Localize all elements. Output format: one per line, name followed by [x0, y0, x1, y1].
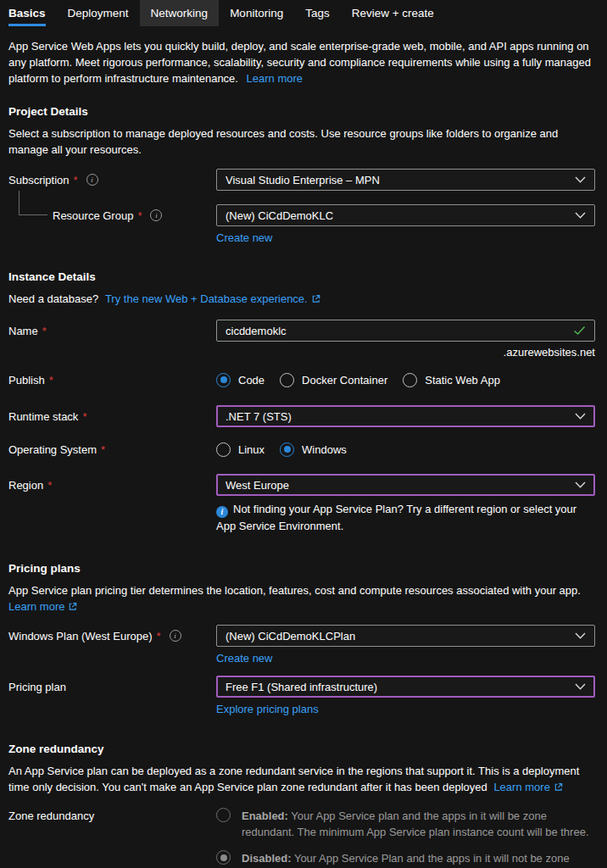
publish-option-label: Docker Container [302, 374, 387, 387]
pricing-plan-row: Pricing plan Free F1 (Shared infrastruct… [8, 676, 595, 715]
create-new-plan-link[interactable]: Create new [216, 652, 272, 665]
database-prompt: Need a database? [8, 292, 98, 305]
zone-learn-more-link[interactable]: Learn more [493, 781, 562, 793]
subscription-dropdown[interactable]: Visual Studio Enterprise – MPN [216, 169, 595, 191]
domain-suffix: .azurewebsites.net [216, 346, 595, 359]
database-prompt-line: Need a database? Try the new Web + Datab… [8, 291, 595, 307]
info-icon[interactable]: i [170, 630, 181, 642]
name-label: Name [8, 325, 38, 337]
tab-review-create[interactable]: Review + create [341, 0, 445, 26]
chevron-down-icon [575, 212, 586, 219]
runtime-stack-label: Runtime stack [8, 410, 78, 423]
zone-redundancy-row: Zone redundancy Enabled: Your App Servic… [8, 808, 595, 868]
zone-option-prefix: Disabled: [242, 852, 292, 865]
info-icon[interactable]: i [86, 174, 98, 186]
radio-unselected-icon [403, 373, 417, 387]
radio-unselected-icon [280, 373, 294, 387]
chevron-down-icon [575, 176, 586, 183]
zone-option-enabled: Enabled: Your App Service plan and the a… [216, 808, 595, 840]
subscription-row: Subscription * i Visual Studio Enterpris… [8, 169, 595, 191]
web-database-experience-link[interactable]: Try the new Web + Database experience. [105, 292, 320, 305]
os-option-label: Linux [238, 443, 265, 456]
external-link-icon [311, 294, 320, 303]
tab-deployment[interactable]: Deployment [57, 0, 140, 26]
external-link-icon [68, 602, 77, 611]
resource-group-row: Resource Group * i (New) CiCdDemoKLC Cre… [8, 204, 595, 244]
intro-learn-more-link[interactable]: Learn more [247, 72, 303, 85]
runtime-stack-row: Runtime stack * .NET 7 (STS) [8, 405, 595, 427]
pricing-learn-more-link[interactable]: Learn more [8, 600, 77, 613]
name-input[interactable]: cicddemoklc [216, 320, 595, 342]
windows-plan-dropdown[interactable]: (New) CiCdDemoKLCPlan [216, 625, 595, 647]
zone-redundancy-field-label: Zone redundancy [8, 810, 94, 822]
required-asterisk: * [49, 374, 53, 387]
subscription-value: Visual Studio Enterprise – MPN [226, 174, 380, 186]
chevron-down-icon [575, 413, 586, 420]
pricing-plan-dropdown[interactable]: Free F1 (Shared infrastructure) [216, 676, 595, 698]
create-new-resource-group-link[interactable]: Create new [216, 231, 272, 244]
region-dropdown[interactable]: West Europe [216, 474, 595, 496]
pricing-plan-label: Pricing plan [8, 681, 66, 693]
required-asterisk: * [137, 209, 142, 222]
os-option-label: Windows [302, 443, 347, 456]
region-value: West Europe [226, 479, 289, 492]
radio-selected-icon [216, 373, 231, 387]
tab-tags[interactable]: Tags [294, 0, 341, 26]
windows-plan-label: Windows Plan (West Europe) [8, 630, 153, 643]
instance-details-heading: Instance Details [8, 270, 595, 283]
radio-disabled-selected-icon [216, 850, 231, 865]
radio-unselected-icon [216, 442, 231, 457]
required-asterisk: * [42, 325, 47, 337]
publish-option-code[interactable]: Code [216, 373, 265, 387]
zone-redundancy-radio-group: Enabled: Your App Service plan and the a… [216, 808, 595, 868]
os-option-linux[interactable]: Linux [216, 442, 265, 457]
region-label: Region [8, 479, 43, 492]
publish-option-docker[interactable]: Docker Container [280, 373, 387, 387]
nesting-connector-line [19, 191, 47, 215]
publish-row: Publish * Code Docker Container Static W… [8, 369, 595, 391]
name-row: Name * cicddemoklc .azurewebsites.net [8, 320, 595, 359]
required-asterisk: * [74, 174, 78, 186]
explore-pricing-plans-link[interactable]: Explore pricing plans [216, 703, 319, 715]
wizard-tab-bar: Basics Deployment Networking Monitoring … [0, 0, 607, 26]
windows-plan-value: (New) CiCdDemoKLCPlan [226, 630, 355, 643]
required-asterisk: * [47, 479, 52, 492]
publish-option-label: Static Web App [425, 374, 500, 387]
tab-monitoring[interactable]: Monitoring [219, 0, 294, 26]
chevron-down-icon [575, 683, 586, 690]
tab-basics[interactable]: Basics [8, 0, 46, 26]
intro-paragraph: App Service Web Apps lets you quickly bu… [8, 38, 595, 86]
tab-networking[interactable]: Networking [140, 0, 220, 26]
os-radio-group: Linux Windows [216, 438, 595, 460]
windows-plan-row: Windows Plan (West Europe) * i (New) CiC… [8, 625, 595, 665]
publish-label: Publish [8, 374, 45, 387]
info-icon: i [216, 506, 228, 518]
chevron-down-icon [575, 481, 586, 488]
required-asterisk: * [157, 630, 161, 643]
zone-option-prefix: Enabled: [242, 810, 288, 822]
resource-group-value: (New) CiCdDemoKLC [226, 209, 333, 222]
radio-disabled-unselected-icon [216, 808, 231, 822]
zone-option-text: Your App Service plan and the apps in it… [242, 810, 589, 838]
name-value: cicddemoklc [226, 325, 287, 337]
publish-option-static[interactable]: Static Web App [403, 373, 500, 387]
pricing-plans-heading: Pricing plans [8, 562, 595, 575]
region-info-note: iNot finding your App Service Plan? Try … [216, 501, 595, 535]
external-link-icon [554, 782, 563, 792]
pricing-plan-value: Free F1 (Shared infrastructure) [226, 681, 377, 693]
os-option-windows[interactable]: Windows [280, 442, 347, 457]
required-asterisk: * [101, 443, 105, 456]
runtime-stack-dropdown[interactable]: .NET 7 (STS) [216, 405, 595, 427]
region-row: Region * West Europe iNot finding your A… [8, 474, 595, 535]
zone-redundancy-description: An App Service plan can be deployed as a… [8, 763, 595, 795]
publish-option-label: Code [238, 374, 265, 387]
chevron-down-icon [575, 632, 586, 639]
required-asterisk: * [82, 410, 86, 423]
info-icon[interactable]: i [150, 209, 162, 221]
resource-group-dropdown[interactable]: (New) CiCdDemoKLC [216, 204, 595, 226]
publish-radio-group: Code Docker Container Static Web App [216, 369, 595, 391]
zone-redundancy-heading: Zone redundancy [8, 743, 595, 755]
zone-option-text: Your App Service Plan and the apps in it… [242, 852, 582, 868]
subscription-label: Subscription [8, 174, 70, 186]
operating-system-label: Operating System [8, 443, 97, 456]
